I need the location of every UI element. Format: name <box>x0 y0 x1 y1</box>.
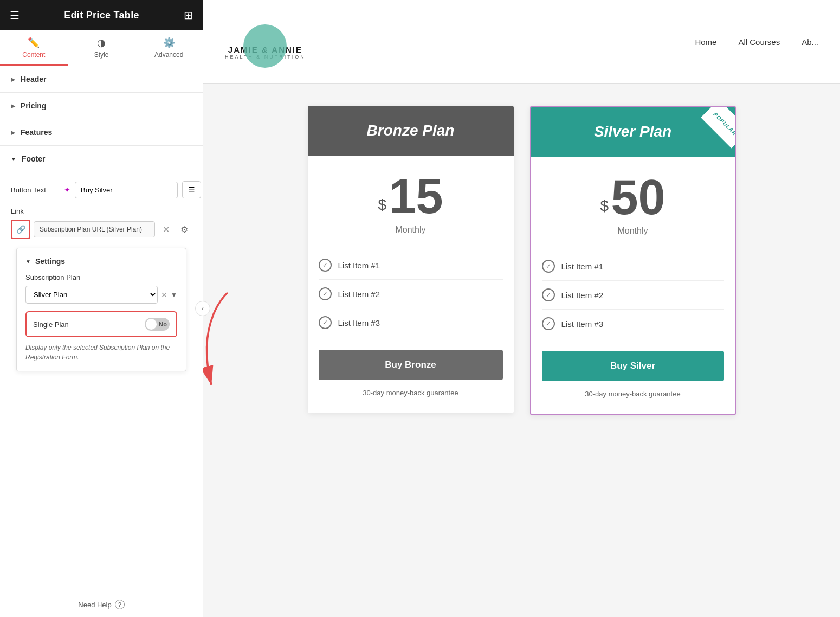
nav-home[interactable]: Home <box>695 37 716 47</box>
subscription-plan-label: Subscription Plan <box>25 273 177 281</box>
logo-circle <box>243 24 287 68</box>
half-circle-icon: ◑ <box>97 37 106 49</box>
accordion-pricing-toggle[interactable]: ▶ Pricing <box>0 93 203 119</box>
check-icon: ✓ <box>542 317 555 330</box>
accordion-features: ▶ Features <box>0 119 203 146</box>
link-display: Subscription Plan URL (Silver Plan) <box>34 221 155 237</box>
link-settings-button[interactable]: ⚙ <box>177 222 192 237</box>
silver-price-number: 50 <box>611 170 665 224</box>
chevron-right-icon: ▶ <box>11 76 15 82</box>
bronze-guarantee: 30-day money-back guarantee <box>319 389 503 397</box>
logo-area: JAMIE & ANNIE HEALTH & NUTRITION <box>225 24 306 60</box>
accordion-footer: ▼ Footer Button Text ✦ ☰ Link 🔗 Subscrip… <box>0 146 203 389</box>
accordion-features-toggle[interactable]: ▶ Features <box>0 119 203 145</box>
chevron-right-icon: ▶ <box>11 103 15 109</box>
need-help-label: Need Help <box>78 601 111 609</box>
silver-feature-list: ✓ List Item #1 ✓ List Item #2 ✓ List Ite… <box>542 252 724 338</box>
button-text-row: Button Text ✦ ☰ <box>11 181 192 198</box>
link-row: 🔗 Subscription Plan URL (Silver Plan) ✕ … <box>11 220 192 239</box>
chevron-down-icon: ▼ <box>11 156 16 162</box>
dynamic-tag-icon[interactable]: ✦ <box>64 185 70 194</box>
bronze-feature-3: ✓ List Item #3 <box>319 308 503 337</box>
buy-silver-button[interactable]: Buy Silver <box>542 351 724 381</box>
tabs-row: ✏️ Content ◑ Style ⚙️ Advanced <box>0 30 203 66</box>
bronze-period: Monthly <box>319 225 503 235</box>
select-arrow-icon: ▼ <box>171 291 177 299</box>
bronze-dollar-sign: $ <box>378 196 386 213</box>
bronze-price-number: 15 <box>389 169 443 223</box>
link-remove-button[interactable]: ✕ <box>158 222 173 237</box>
button-text-label: Button Text <box>11 186 60 194</box>
silver-guarantee: 30-day money-back guarantee <box>542 390 724 398</box>
chevron-down-icon-settings: ▼ <box>25 259 31 265</box>
check-icon: ✓ <box>542 288 555 301</box>
buy-bronze-button[interactable]: Buy Bronze <box>319 350 503 380</box>
accordion-pricing: ▶ Pricing <box>0 93 203 119</box>
bronze-feature-1: ✓ List Item #1 <box>319 251 503 280</box>
toggle-no-label: No <box>159 321 167 327</box>
collapse-panel-button[interactable]: ‹ <box>195 301 210 316</box>
link-edit-button[interactable]: 🔗 <box>11 220 30 239</box>
single-plan-label: Single Plan <box>33 320 69 329</box>
help-circle-icon: ? <box>115 600 125 609</box>
check-icon: ✓ <box>542 260 555 273</box>
single-plan-row: Single Plan No <box>25 311 177 337</box>
panel-header: ☰ Edit Price Table ⊞ <box>0 0 203 30</box>
settings-panel: ▼ Settings Subscription Plan Silver Plan… <box>16 248 186 371</box>
nav-about[interactable]: Ab... <box>802 37 818 47</box>
silver-card-header: Silver Plan POPULAR <box>531 107 735 157</box>
check-icon: ✓ <box>319 316 332 329</box>
link-label: Link <box>11 207 192 215</box>
popular-badge: POPULAR <box>701 107 735 148</box>
left-panel: ☰ Edit Price Table ⊞ ✏️ Content ◑ Style … <box>0 0 203 617</box>
right-content: JAMIE & ANNIE HEALTH & NUTRITION Home Al… <box>203 0 840 617</box>
silver-card: Silver Plan POPULAR $ 50 Monthly ✓ List … <box>530 106 736 415</box>
button-text-input[interactable] <box>75 182 178 198</box>
gear-icon: ⚙️ <box>163 37 175 49</box>
bronze-card: Bronze Plan $ 15 Monthly ✓ List Item #1 … <box>308 106 514 413</box>
pricing-section: Bronze Plan $ 15 Monthly ✓ List Item #1 … <box>203 84 840 617</box>
subscription-plan-select[interactable]: Silver Plan Bronze Plan <box>25 286 158 304</box>
helper-text: Display only the selected Subscription P… <box>25 343 177 362</box>
single-plan-toggle[interactable]: No <box>145 318 170 331</box>
chevron-right-icon: ▶ <box>11 130 15 136</box>
align-button[interactable]: ☰ <box>182 181 201 198</box>
panel-title: Edit Price Table <box>64 10 139 21</box>
silver-feature-1: ✓ List Item #1 <box>542 252 724 281</box>
bronze-card-body: $ 15 Monthly ✓ List Item #1 ✓ List Item … <box>308 156 514 413</box>
tab-advanced[interactable]: ⚙️ Advanced <box>135 30 203 66</box>
accordion-footer-toggle[interactable]: ▼ Footer <box>0 146 203 172</box>
pencil-icon: ✏️ <box>28 37 40 49</box>
nav-courses[interactable]: All Courses <box>738 37 780 47</box>
bronze-feature-list: ✓ List Item #1 ✓ List Item #2 ✓ List Ite… <box>319 251 503 337</box>
accordion-header: ▶ Header <box>0 66 203 93</box>
bronze-price-display: $ 15 <box>319 172 503 221</box>
check-icon: ✓ <box>319 259 332 272</box>
silver-dollar-sign: $ <box>600 197 609 214</box>
footer-content: Button Text ✦ ☰ Link 🔗 Subscription Plan… <box>0 172 203 389</box>
toggle-knob <box>146 319 157 330</box>
settings-header: ▼ Settings <box>25 257 177 266</box>
grid-icon[interactable]: ⊞ <box>184 9 193 22</box>
silver-price-display: $ 50 <box>542 173 724 222</box>
tab-content[interactable]: ✏️ Content <box>0 30 68 66</box>
silver-card-body: $ 50 Monthly ✓ List Item #1 ✓ List Item … <box>531 157 735 414</box>
tab-style[interactable]: ◑ Style <box>68 30 135 66</box>
bronze-feature-2: ✓ List Item #2 <box>319 280 503 308</box>
subscription-plan-row: Silver Plan Bronze Plan ✕ ▼ <box>25 286 177 304</box>
silver-period: Monthly <box>542 226 724 236</box>
nav-links: Home All Courses Ab... <box>695 37 818 47</box>
bronze-card-header: Bronze Plan <box>308 106 514 156</box>
site-header: JAMIE & ANNIE HEALTH & NUTRITION Home Al… <box>203 0 840 84</box>
check-icon: ✓ <box>319 287 332 300</box>
select-clear-button[interactable]: ✕ <box>161 291 167 299</box>
accordion-header-toggle[interactable]: ▶ Header <box>0 66 203 92</box>
silver-feature-2: ✓ List Item #2 <box>542 281 724 310</box>
silver-feature-3: ✓ List Item #3 <box>542 310 724 338</box>
need-help-row[interactable]: Need Help ? <box>0 592 203 617</box>
hamburger-icon[interactable]: ☰ <box>10 9 20 22</box>
